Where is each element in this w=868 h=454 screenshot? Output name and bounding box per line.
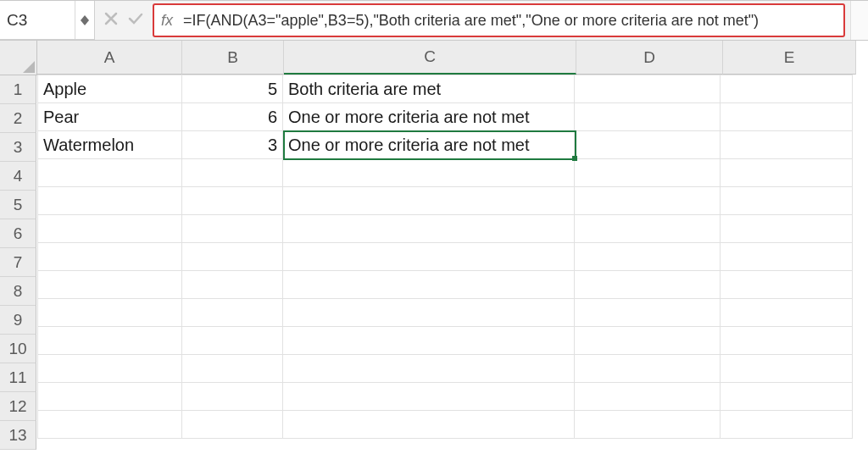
cell-A7[interactable] [38,243,182,271]
row-header-7[interactable]: 7 [0,248,36,277]
row-header-12[interactable]: 12 [0,392,36,421]
grid-body[interactable]: Apple5Both criteria are metPear6One or m… [37,75,856,439]
cell-A11[interactable] [38,355,182,383]
cell-B4[interactable] [182,159,283,187]
cell-D1[interactable] [575,75,721,103]
cell-C8[interactable] [283,271,575,299]
cell-B13[interactable] [182,411,283,439]
row-header-5[interactable]: 5 [0,191,36,219]
cell-C6[interactable] [283,215,575,243]
cell-B6[interactable] [182,215,283,243]
row-header-13[interactable]: 13 [0,421,36,450]
column-header-B[interactable]: B [182,41,284,75]
cell-D9[interactable] [575,299,721,327]
confirm-formula-button[interactable] [127,11,144,30]
cell-B12[interactable] [182,383,283,411]
cell-E2[interactable] [721,103,853,131]
cell-D2[interactable] [575,103,721,131]
cell-E11[interactable] [721,355,853,383]
cell-A1[interactable]: Apple [38,75,182,103]
cell-D5[interactable] [575,187,721,215]
spreadsheet-app: fx 12345678910111213 ABCDE Apple5Both cr… [0,0,868,454]
column-header-D[interactable]: D [576,41,723,75]
row-header-6[interactable]: 6 [0,219,36,248]
name-box[interactable] [0,1,95,40]
cell-A13[interactable] [38,411,182,439]
cell-A10[interactable] [38,327,182,355]
cell-B1[interactable]: 5 [182,75,283,103]
cell-B5[interactable] [182,187,283,215]
cell-A8[interactable] [38,271,182,299]
cell-E8[interactable] [721,271,853,299]
formula-bar-row: fx [0,1,868,41]
cell-E13[interactable] [721,411,853,439]
cell-D3[interactable] [575,131,721,159]
cell-E5[interactable] [721,187,853,215]
cell-B7[interactable] [182,243,283,271]
cell-D8[interactable] [575,271,721,299]
cell-A12[interactable] [38,383,182,411]
cell-B9[interactable] [182,299,283,327]
cell-B10[interactable] [182,327,283,355]
cell-C12[interactable] [283,383,575,411]
cell-D11[interactable] [575,355,721,383]
cell-E9[interactable] [721,299,853,327]
cell-B3[interactable]: 3 [182,131,283,159]
column-header-C[interactable]: C [284,41,576,75]
row-header-9[interactable]: 9 [0,306,36,335]
cell-C3[interactable]: One or more criteria are not met [283,131,575,159]
cell-E3[interactable] [721,131,853,159]
cell-C9[interactable] [283,299,575,327]
formula-input[interactable] [181,11,837,30]
cell-D6[interactable] [575,215,721,243]
row-header-10[interactable]: 10 [0,335,36,363]
cell-A3[interactable]: Watermelon [38,131,182,159]
cell-A5[interactable] [38,187,182,215]
table-row [38,411,853,439]
cell-C4[interactable] [283,159,575,187]
cell-B8[interactable] [182,271,283,299]
cell-C2[interactable]: One or more criteria are not met [283,103,575,131]
cell-A4[interactable] [38,159,182,187]
row-header-11[interactable]: 11 [0,363,36,392]
x-icon [103,11,119,26]
cell-C13[interactable] [283,411,575,439]
column-header-E[interactable]: E [723,41,856,75]
cell-C5[interactable] [283,187,575,215]
row-header-2[interactable]: 2 [0,104,36,133]
cell-B2[interactable]: 6 [182,103,283,131]
cell-D10[interactable] [575,327,721,355]
cell-C10[interactable] [283,327,575,355]
cell-D7[interactable] [575,243,721,271]
row-header-4[interactable]: 4 [0,162,36,191]
cell-D12[interactable] [575,383,721,411]
table-row [38,383,853,411]
formula-bar-buttons [95,1,153,40]
cell-E10[interactable] [721,327,853,355]
select-all-corner[interactable] [0,41,37,75]
cell-E12[interactable] [721,383,853,411]
table-row [38,187,853,215]
cell-A2[interactable]: Pear [38,103,182,131]
cell-E4[interactable] [721,159,853,187]
cell-E7[interactable] [721,243,853,271]
cancel-formula-button[interactable] [103,11,119,30]
name-box-input[interactable] [0,11,75,30]
cell-C7[interactable] [283,243,575,271]
row-header-1[interactable]: 1 [0,75,36,104]
grid: 12345678910111213 ABCDE Apple5Both crite… [0,41,868,454]
cell-D4[interactable] [575,159,721,187]
cell-C1[interactable]: Both criteria are met [283,75,575,103]
table-row [38,299,853,327]
cell-C11[interactable] [283,355,575,383]
cell-A9[interactable] [38,299,182,327]
cell-E1[interactable] [721,75,853,103]
name-box-stepper[interactable] [75,1,94,39]
cell-B11[interactable] [182,355,283,383]
cell-E6[interactable] [721,215,853,243]
row-header-8[interactable]: 8 [0,277,36,306]
cell-D13[interactable] [575,411,721,439]
cell-A6[interactable] [38,215,182,243]
column-header-A[interactable]: A [37,41,182,75]
row-header-3[interactable]: 3 [0,133,36,162]
